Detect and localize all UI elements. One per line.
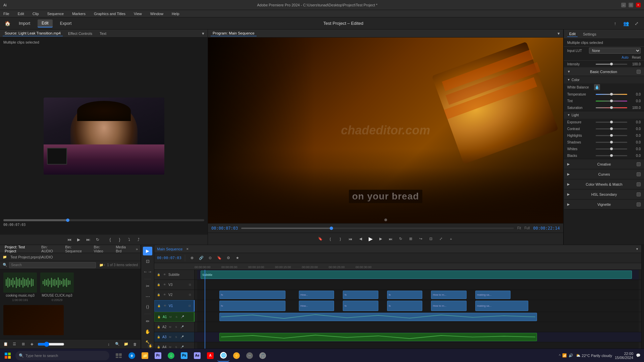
program-play-button[interactable]: ▶ [367,235,374,243]
v2-clip-4[interactable]: fx [387,291,422,299]
menu-view[interactable]: View [132,11,144,16]
track-lock-subtitle[interactable]: 🔒 [156,273,161,277]
taskbar-app-explorer[interactable]: 📁 [139,350,151,362]
track-s-a3[interactable]: S [174,335,178,340]
program-safe-margins-button[interactable]: ⊞ [407,235,415,243]
maximize-panel-button[interactable]: ⤢ [633,19,641,27]
project-tab-video[interactable]: Bin: Video [92,244,111,254]
taskbar-app-acrobat[interactable]: A [204,350,216,362]
volume-icon[interactable]: 🔊 [569,353,573,358]
taskbar-app-photoshop[interactable]: Ps [178,350,190,362]
program-mark-out-button[interactable]: } [337,235,344,243]
color-wheels-checkbox[interactable] [637,182,641,186]
source-tab-source[interactable]: Source: Light Leak Transition.mp4 [3,31,63,36]
taskbar-app-extra3[interactable]: 🎵 [257,350,269,362]
track-s-a2[interactable]: S [174,325,178,329]
home-button[interactable]: 🏠 [3,19,11,27]
track-eye-v3[interactable]: 👁 [162,283,167,287]
program-step-forward-button[interactable]: ⏭ [387,235,394,243]
tool-cursor-area[interactable]: ↖ ✋ [143,338,152,347]
source-step-forward-button[interactable]: ⏭ [85,236,92,243]
program-scrubber-track[interactable] [241,228,514,229]
tool-slip[interactable]: ⋯ [143,292,152,301]
creative-checkbox[interactable] [637,162,641,166]
track-eye-subtitle[interactable]: 👁 [162,273,167,277]
taskbar-up-arrow[interactable]: ^ [559,354,560,358]
taskbar-app-taskview[interactable] [113,350,125,362]
menu-clip[interactable]: Clip [31,11,41,16]
tab-import[interactable]: Import [15,20,34,27]
track-eye-v1[interactable]: 👁 [163,304,167,308]
subtitle-clip[interactable]: Subtitle [201,270,632,279]
v1-clip-6[interactable]: making sa... [475,301,528,311]
track-mic-a2[interactable]: 🎤 [180,325,184,329]
program-fullscreen-button[interactable]: ⤢ [437,235,445,243]
tl-timecode[interactable]: 00:00:07:03 [157,256,181,260]
basic-correction-checkbox[interactable] [637,70,641,74]
program-loop-button[interactable]: ↻ [397,235,405,243]
minimize-button[interactable]: – [621,3,626,7]
media-item-cooking-music[interactable]: cooking music.mp3 1:00:00:191 [3,273,37,302]
tool-ripple[interactable]: ←→ [143,267,152,276]
a3-clip[interactable] [219,333,537,341]
source-overlay-button[interactable]: ⤴ [135,236,142,243]
a1-clip[interactable] [219,313,537,321]
project-new-bin-button[interactable]: 📁 [123,341,129,347]
creative-section[interactable]: ▶ Creative [564,159,644,169]
project-search-input[interactable] [9,262,96,268]
color-sub-header[interactable]: ▼ Color [564,76,644,83]
menu-help[interactable]: Help [170,11,181,16]
track-lock-a1[interactable]: 🔒 [157,315,161,319]
tl-link[interactable]: 🔗 [198,254,205,262]
v2-clip-1[interactable]: fx [219,291,285,299]
new-folder-icon[interactable]: 📁+ [99,263,105,267]
program-forward-button[interactable]: ▶ [377,235,384,243]
program-settings-button[interactable]: + [447,235,455,243]
curves-section[interactable]: ▶ Curves [564,169,644,179]
track-m-a4[interactable]: M [168,345,172,349]
white-balance-eyedropper[interactable]: 💧 [594,84,600,90]
track-lock-v2[interactable]: 🔒 [156,293,161,297]
timeline-panel-menu[interactable]: ▼ [636,247,639,251]
track-lock-v3[interactable]: 🔒 [156,283,161,287]
v2-clip-2[interactable]: How... [299,291,334,299]
project-icon-view-button[interactable]: ⊞ [20,341,26,347]
source-panel-menu[interactable]: ▼ [201,32,205,36]
source-mark-out-button[interactable]: } [116,236,123,243]
source-play-button[interactable]: ▶ [75,236,82,243]
project-zoom-slider[interactable] [38,342,64,347]
hsl-secondary-section[interactable]: ▶ HSL Secondary [564,189,644,199]
taskbar-app-extra1[interactable]: ⚡ [230,350,243,362]
v2-clip-6[interactable]: making sa... [475,291,511,299]
track-lock-a2[interactable]: 🔒 [156,325,161,329]
program-back-button[interactable]: ◀ [357,235,364,243]
track-sync-v3[interactable]: ⊡ [187,283,192,287]
tl-settings[interactable]: ⚙ [225,254,232,262]
blacks-slider[interactable] [596,155,627,156]
track-m-a2[interactable]: M [168,325,172,329]
lumetri-edit-tab[interactable]: Edit [567,31,578,37]
network-icon[interactable]: 📶 [562,353,567,358]
source-scrubber[interactable] [3,219,204,221]
tool-select[interactable]: ▶ [143,247,152,255]
tl-add-track[interactable]: ⊕ [189,254,196,262]
v2-clip-3[interactable]: fx [343,291,378,299]
track-lock-v1[interactable]: 🔒 [157,304,161,308]
taskbar-app-extra2[interactable]: 🎮 [244,350,256,362]
curves-checkbox[interactable] [637,172,641,176]
saturation-slider[interactable] [596,107,627,108]
track-mic-a1[interactable]: 🎤 [180,315,185,319]
track-sync-v1[interactable]: ⊡ [187,304,192,308]
media-item-mouse-click[interactable]: MOUSE CLICK.mp3 0:20529 [40,273,74,302]
taskbar-start-button[interactable] [2,350,14,362]
contrast-slider[interactable] [596,128,627,129]
v1-clip-1[interactable]: fx [219,301,285,311]
track-lock-a4[interactable]: 🔒 [156,345,161,349]
close-button[interactable]: ✕ [636,3,641,7]
collaborate-button[interactable]: 👥 [622,19,630,27]
program-mark-in-button[interactable]: { [327,235,334,243]
exposure-slider[interactable] [596,122,627,123]
maximize-button[interactable]: □ [629,3,633,7]
project-sort-button[interactable]: ↕ [106,341,112,347]
auto-button[interactable]: Auto [622,56,629,59]
